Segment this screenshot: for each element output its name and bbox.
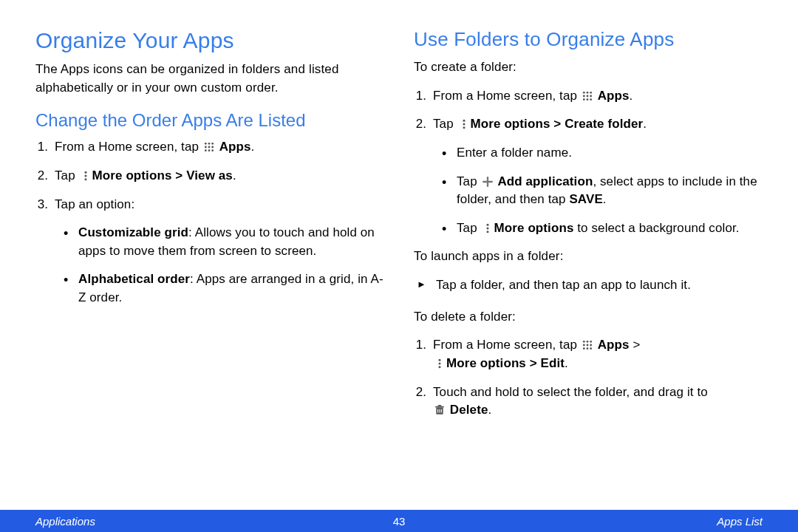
document-page: Organize Your Apps The Apps icons can be… (0, 0, 798, 532)
svg-point-30 (586, 341, 588, 343)
svg-point-11 (84, 178, 86, 180)
svg-point-17 (590, 95, 592, 97)
bold-text: Apps (219, 140, 251, 154)
svg-point-12 (583, 92, 585, 94)
create-folder-intro: To create a folder: (414, 58, 763, 77)
svg-point-3 (205, 146, 207, 149)
options-list: Customizable grid: Allows you to touch a… (55, 224, 384, 307)
text: From a Home screen, tap (433, 89, 581, 103)
list-item: From a Home screen, tap Apps > More opti… (430, 336, 763, 372)
apps-grid-icon (582, 338, 593, 348)
list-item: Tap More options > View as. (52, 167, 384, 185)
bold-text: More options > Edit (446, 356, 565, 370)
svg-point-27 (486, 227, 488, 229)
apps-grid-icon (582, 89, 593, 99)
svg-point-19 (586, 98, 588, 100)
launch-folder-intro: To launch apps in a folder: (414, 248, 763, 266)
bold-text: Delete (450, 403, 488, 417)
svg-point-26 (486, 224, 488, 226)
delete-folder-steps: From a Home screen, tap Apps > More opti… (414, 336, 763, 420)
text: Enter a folder name. (457, 146, 572, 160)
bold-text: Alphabetical order (78, 272, 190, 286)
text: Tap (457, 221, 481, 235)
bold-text: More options > Create folder (471, 117, 644, 131)
svg-point-13 (586, 92, 588, 94)
list-item: Customizable grid: Allows you to touch a… (64, 224, 384, 260)
list-item: Tap More options > Create folder. Enter … (430, 115, 763, 237)
svg-rect-43 (438, 405, 442, 406)
heading-use-folders: Use Folders to Organize Apps (414, 28, 763, 51)
bold-text: More options > View as (92, 168, 233, 183)
svg-point-8 (211, 150, 214, 152)
text: > (630, 338, 641, 352)
list-item: Alphabetical order: Apps are arranged in… (64, 270, 384, 307)
create-substeps: Enter a folder name. Tap Add application… (433, 144, 763, 238)
list-item: From a Home screen, tap Apps. (52, 138, 384, 157)
svg-point-33 (586, 344, 588, 347)
page-number: 43 (393, 515, 406, 528)
more-options-icon (482, 221, 493, 231)
svg-point-15 (583, 95, 585, 97)
text: From a Home screen, tap (433, 338, 581, 352)
text: . (643, 117, 647, 131)
more-options-icon (434, 356, 445, 366)
bold-text: SAVE (569, 192, 602, 206)
svg-point-21 (463, 120, 465, 122)
delete-folder-intro: To delete a folder: (414, 308, 763, 327)
svg-point-9 (84, 171, 86, 174)
svg-point-34 (590, 344, 592, 347)
svg-point-4 (208, 146, 210, 149)
right-column: Use Folders to Organize Apps To create a… (414, 28, 763, 532)
bold-text: More options (494, 221, 574, 235)
page-footer: Applications 43 Apps List (0, 510, 798, 532)
svg-point-5 (211, 146, 214, 149)
svg-point-31 (590, 341, 592, 343)
svg-point-16 (586, 95, 588, 97)
svg-point-0 (205, 143, 207, 145)
launch-folder-steps: Tap a folder, and then tap an app to lau… (414, 276, 763, 295)
svg-point-39 (438, 363, 440, 365)
left-column: Organize Your Apps The Apps icons can be… (35, 28, 384, 532)
footer-left: Applications (35, 515, 95, 528)
bold-text: Add application (497, 174, 593, 188)
list-item: From a Home screen, tap Apps. (430, 87, 763, 106)
svg-point-37 (590, 348, 592, 350)
trash-icon (434, 403, 445, 413)
list-item: Enter a folder name. (442, 144, 763, 163)
text: . (233, 168, 236, 183)
svg-point-23 (463, 126, 465, 129)
svg-point-35 (583, 348, 585, 350)
svg-point-18 (583, 98, 585, 100)
apps-grid-icon (204, 140, 214, 150)
more-options-icon (81, 168, 91, 179)
text: Tap (457, 174, 481, 188)
svg-point-14 (590, 92, 592, 94)
svg-point-22 (463, 123, 465, 126)
svg-point-2 (211, 143, 214, 145)
plus-icon (482, 174, 493, 185)
svg-point-32 (583, 344, 585, 347)
text: From a Home screen, tap (55, 140, 202, 154)
more-options-icon (459, 117, 469, 127)
svg-point-28 (486, 231, 488, 233)
list-item: Touch and hold to select the folder, and… (430, 383, 763, 420)
bold-text: Apps (598, 89, 630, 103)
svg-point-10 (84, 174, 86, 177)
text: . (565, 356, 568, 370)
svg-point-29 (583, 341, 585, 343)
text: Tap (433, 117, 457, 131)
list-item: Tap a folder, and then tap an app to lau… (417, 276, 763, 295)
list-item: Tap More options to select a background … (442, 219, 763, 238)
text: . (603, 192, 607, 206)
bold-text: Apps (598, 338, 630, 352)
svg-point-6 (205, 150, 207, 152)
heading-organize-apps: Organize Your Apps (35, 28, 384, 53)
svg-point-38 (438, 359, 440, 361)
intro-paragraph: The Apps icons can be organized in folde… (35, 61, 384, 97)
heading-change-order: Change the Order Apps Are Listed (35, 110, 384, 131)
list-item: Tap Add application, select apps to incl… (442, 173, 763, 209)
list-item: Tap an option: Customizable grid: Allows… (52, 196, 384, 307)
bold-text: Customizable grid (78, 225, 188, 239)
text: . (488, 403, 491, 417)
svg-point-40 (438, 366, 440, 368)
